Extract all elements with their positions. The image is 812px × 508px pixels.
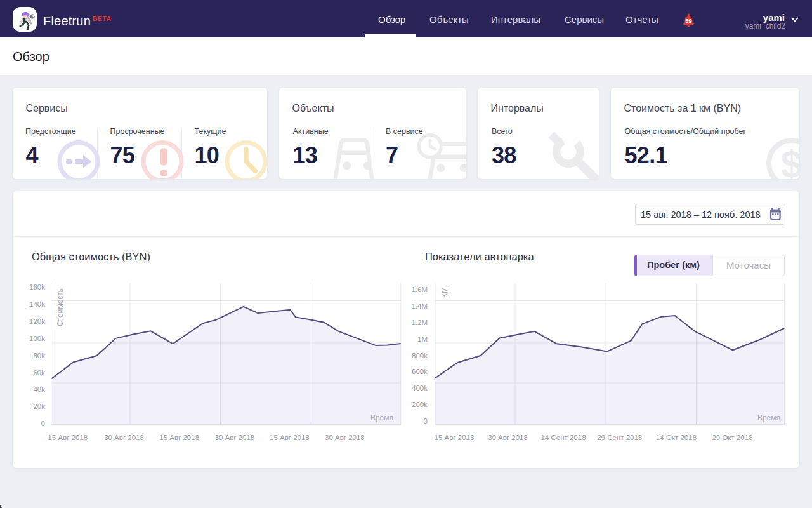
svg-text:600k: 600k [412,368,428,375]
svg-text:20k: 20k [33,403,45,410]
svg-text:800k: 800k [412,352,428,359]
svg-text:160k: 160k [29,283,45,291]
svg-text:1.4M: 1.4M [411,302,428,310]
svg-text:1.2M: 1.2M [411,319,428,326]
svg-text:60k: 60k [33,369,45,377]
svg-text:$: $ [781,142,799,179]
svg-text:200k: 200k [412,401,428,408]
svg-text:14 Окт 2018: 14 Окт 2018 [656,434,697,441]
svg-text:14 Сент 2018: 14 Сент 2018 [540,434,586,441]
svg-text:Время: Время [370,413,393,422]
svg-text:КМ: КМ [440,287,449,298]
svg-text:30 Авг 2018: 30 Авг 2018 [215,434,255,441]
svg-text:0: 0 [41,420,45,427]
svg-text:120k: 120k [29,318,45,325]
svg-text:59: 59 [685,17,692,24]
svg-text:15 Авг 2018: 15 Авг 2018 [48,434,88,441]
svg-text:30 Авг 2018: 30 Авг 2018 [104,434,144,441]
svg-text:Время: Время [757,413,780,422]
svg-text:15 Авг 2018: 15 Авг 2018 [270,434,310,441]
svg-text:30 Авг 2018: 30 Авг 2018 [325,434,365,441]
svg-text:40k: 40k [33,385,45,393]
svg-text:1M: 1M [417,335,428,343]
svg-text:400k: 400k [412,384,428,392]
svg-text:1.6M: 1.6M [411,286,428,293]
svg-text:30 Авг 2018: 30 Авг 2018 [488,434,528,441]
svg-text:15 Авг 2018: 15 Авг 2018 [159,434,199,441]
svg-text:Стоимость: Стоимость [56,288,65,326]
svg-text:0: 0 [424,417,428,425]
svg-text:80k: 80k [33,352,45,359]
svg-text:29 Окт 2018: 29 Окт 2018 [712,434,752,441]
svg-text:15 Авг 2018: 15 Авг 2018 [435,434,475,441]
svg-text:100k: 100k [29,335,45,342]
svg-text:140k: 140k [29,300,45,308]
svg-text:29 Сент 2018: 29 Сент 2018 [597,434,642,441]
